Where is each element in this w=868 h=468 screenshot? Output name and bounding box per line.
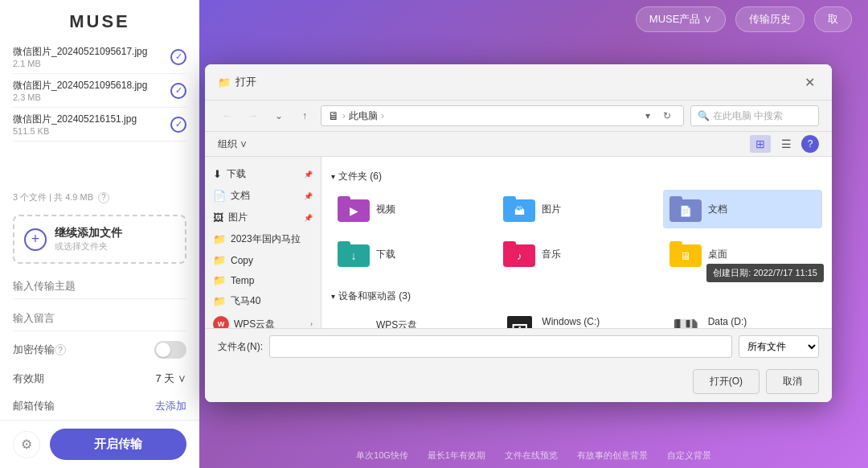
dialog-title-text: 打开 [235, 75, 256, 89]
device-tile-windows[interactable]: ⊞ Windows (C:) 12.3 GB可用，共 119 GB [497, 310, 656, 328]
sidebar-item-label: WPS云盘 [234, 318, 275, 329]
dialog-content: ▾ 文件夹 (6) ▶ 视频 [321, 157, 832, 328]
video-folder-icon: ▶ [338, 196, 370, 222]
sidebar-item-label: 飞马40 [231, 294, 260, 308]
sidebar-item-label: Temp [231, 275, 254, 286]
device-name: Windows (C:) [542, 316, 649, 327]
folder-label: 图片 [542, 203, 561, 216]
dialog-body: ⬇ 下载 📌 📄 文档 📌 🖼 图片 📌 📁 2023年国内马拉 [205, 157, 832, 328]
downloads-icon: ⬇ [213, 168, 222, 180]
nav-dropdown-button[interactable]: ⌄ [269, 106, 289, 125]
devices-section-label: 设备和驱动器 (3) [338, 289, 411, 303]
sidebar-item-marathon[interactable]: 📁 2023年国内马拉 [205, 228, 321, 250]
address-text: 此电脑 [349, 109, 378, 123]
folder-label: 桌面 [708, 248, 727, 261]
organize-button[interactable]: 组织 ∨ [218, 138, 248, 151]
view-grid-button[interactable]: ⊞ [750, 135, 771, 153]
dialog-action-buttons: 打开(O) 取消 [205, 364, 832, 402]
pin-icon: 📌 [304, 170, 313, 179]
folder-tile-pictures[interactable]: 🏔 图片 [497, 190, 656, 228]
folder-tile-music[interactable]: ♪ 音乐 [497, 235, 656, 273]
device-name: WPS云盘 [376, 318, 484, 329]
file-open-dialog: 📁 打开 ✕ ← → ⌄ ↑ 🖥 › 此电脑 › ▾ ↻ 🔍 [205, 64, 832, 402]
device-name: Data (D:) [708, 316, 816, 327]
dialog-action-bar: 组织 ∨ ⊞ ☰ ? [205, 132, 832, 157]
pictures-folder-icon: 🏔 [503, 196, 535, 222]
documents-folder-icon: 📄 [669, 196, 702, 222]
device-tile-data[interactable]: 💾 Data (D:) 115 GB 可用，共 343 GB [663, 310, 822, 328]
open-button[interactable]: 打开(O) [693, 369, 760, 394]
refresh-button[interactable]: ↻ [657, 106, 677, 125]
filename-input[interactable] [269, 335, 732, 358]
search-bar[interactable]: 🔍 在此电脑 中搜索 [690, 105, 819, 126]
nav-forward-button[interactable]: → [244, 106, 263, 125]
dialog-title-bar: 📁 打开 ✕ [205, 64, 832, 101]
sidebar-item-documents[interactable]: 📄 文档 📌 [205, 185, 321, 207]
sidebar-item-temp[interactable]: 📁 Temp [205, 270, 321, 290]
dialog-toolbar: ← → ⌄ ↑ 🖥 › 此电脑 › ▾ ↻ 🔍 在此电脑 中搜索 [205, 101, 832, 132]
folder-tile-downloads[interactable]: ↓ 下载 [331, 235, 490, 273]
sidebar-item-label: 图片 [228, 211, 248, 224]
music-folder-icon: ♪ [503, 241, 535, 267]
dialog-close-button[interactable]: ✕ [800, 72, 819, 92]
chevron-icon: ▾ [331, 172, 335, 181]
search-placeholder: 在此电脑 中搜索 [713, 109, 783, 123]
pictures-icon: 🖼 [213, 211, 223, 224]
dialog-filename-bar: 文件名(N): 所有文件 [205, 328, 832, 364]
chevron-right-icon: › [310, 320, 313, 328]
address-dropdown-button[interactable]: ▾ [641, 106, 654, 125]
dialog-title-icon: 📁 [218, 76, 231, 88]
search-icon: 🔍 [698, 110, 710, 121]
sidebar-item-pictures[interactable]: 🖼 图片 📌 [205, 207, 321, 228]
folder-label: 下载 [376, 248, 395, 261]
pin-icon: 📌 [304, 214, 313, 222]
nav-up-button[interactable]: ↑ [295, 106, 314, 125]
sidebar-item-wps[interactable]: W WPS云盘 › [205, 312, 321, 328]
chevron-icon: ▾ [331, 292, 335, 301]
folder-icon: 📁 [213, 295, 226, 307]
data-drive-icon: 💾 [669, 317, 702, 329]
folder-icon: 📁 [213, 233, 226, 245]
folder-icon: 📁 [213, 274, 226, 286]
folder-tile-documents[interactable]: 📄 文档 [663, 190, 822, 228]
sidebar-item-copy[interactable]: 📁 Copy [205, 250, 321, 270]
address-bar[interactable]: 🖥 › 此电脑 › ▾ ↻ [321, 105, 684, 126]
sidebar-item-downloads[interactable]: ⬇ 下载 📌 [205, 163, 321, 185]
view-list-button[interactable]: ☰ [776, 135, 796, 153]
documents-icon: 📄 [213, 190, 226, 202]
device-tile-wps[interactable]: ☁ WPS云盘 双击进入WPS云盘 [331, 310, 490, 328]
folder-grid: ▶ 视频 🏔 图片 [331, 190, 822, 273]
dialog-overlay: 📁 打开 ✕ ← → ⌄ ↑ 🖥 › 此电脑 › ▾ ↻ 🔍 [0, 0, 868, 468]
devices-section-header: ▾ 设备和驱动器 (3) [331, 286, 822, 310]
folder-tooltip: 创建日期: 2022/7/17 11:15 [706, 264, 824, 282]
sidebar-item-feima[interactable]: 📁 飞马40 [205, 290, 321, 312]
filename-label: 文件名(N): [218, 340, 263, 354]
cancel-button[interactable]: 取消 [766, 369, 819, 394]
windows-drive-icon: ⊞ [503, 317, 535, 329]
dialog-help-button[interactable]: ? [801, 135, 819, 153]
sidebar-item-label: 下载 [227, 167, 246, 181]
device-grid: ☁ WPS云盘 双击进入WPS云盘 ⊞ Windows (C:) [331, 310, 822, 328]
dialog-sidebar: ⬇ 下载 📌 📄 文档 📌 🖼 图片 📌 📁 2023年国内马拉 [205, 157, 321, 328]
folders-section-label: 文件夹 (6) [338, 170, 382, 183]
desktop-folder-icon: 🖥 [669, 241, 702, 267]
folder-label: 音乐 [542, 248, 561, 261]
folder-label: 文档 [708, 203, 727, 216]
sidebar-item-label: 2023年国内马拉 [231, 232, 301, 246]
downloads-folder-icon: ↓ [338, 241, 370, 267]
nav-back-button[interactable]: ← [218, 106, 237, 125]
folders-section-header: ▾ 文件夹 (6) [331, 166, 822, 190]
dialog-title: 📁 打开 [218, 75, 256, 89]
view-controls: ⊞ ☰ ? [750, 135, 819, 153]
sidebar-item-label: 文档 [231, 189, 250, 203]
pin-icon: 📌 [304, 192, 313, 200]
folder-tile-video[interactable]: ▶ 视频 [331, 190, 490, 228]
wps-icon: W [213, 316, 229, 328]
folder-label: 视频 [376, 203, 395, 216]
wps-cloud-icon: ☁ [338, 317, 370, 329]
folder-icon: 📁 [213, 254, 226, 266]
filetype-select[interactable]: 所有文件 [739, 335, 819, 358]
sidebar-item-label: Copy [231, 255, 253, 266]
